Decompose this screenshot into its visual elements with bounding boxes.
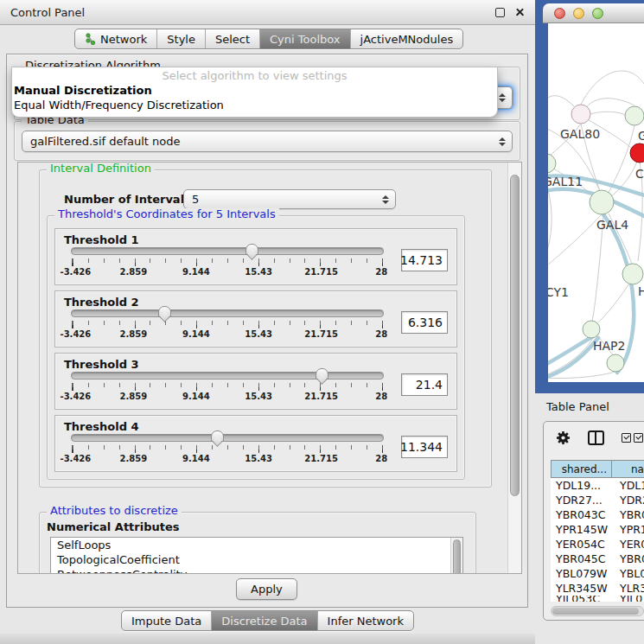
threshold-2-value-field[interactable]: 6.316 [401, 311, 448, 334]
combo-stepper-icon [499, 93, 506, 102]
scrollbar-thumb[interactable] [552, 608, 639, 615]
attributes-group-title: Attributes to discretize [47, 505, 182, 517]
dropdown-prompt: Select algorithm to view settings [12, 69, 497, 83]
node-gal80[interactable] [571, 105, 590, 124]
node-bottom-partial[interactable] [607, 354, 624, 372]
minimize-window-icon[interactable] [573, 8, 584, 19]
right-region: GAL80 GA C GAL11 GAL4 GCY1 H HAP2 Table … [535, 0, 644, 644]
table-row[interactable]: YDR27...YDR2 [551, 493, 644, 507]
dropdown-option-manual-discretization[interactable]: Manual Discretization [12, 83, 497, 98]
zoom-window-icon[interactable] [592, 8, 603, 19]
threshold-3-panel: Threshold 3 -3.426 2.859 [54, 353, 457, 410]
apply-button[interactable]: Apply [236, 578, 297, 600]
table-horizontal-scrollbar[interactable] [551, 606, 644, 616]
node-label-gal80: GAL80 [560, 127, 600, 141]
network-window-titlebar[interactable] [543, 3, 644, 23]
close-window-icon[interactable] [554, 8, 565, 19]
network-tree-icon [85, 33, 96, 45]
node-gal11[interactable] [548, 154, 556, 173]
tab-network[interactable]: Network [75, 29, 156, 48]
threshold-2-slider-thumb[interactable] [158, 306, 171, 317]
table-row[interactable]: YBR043CYBR0 [551, 507, 644, 522]
interval-definition-group-title: Interval Definition [47, 163, 155, 175]
numerical-attributes-list: SelfLoops TopologicalCoefficient Between… [50, 537, 463, 574]
attributes-list-scrollbar[interactable] [450, 538, 462, 574]
node-label-h: H [638, 284, 644, 298]
threshold-3-value-field[interactable]: 21.4 [401, 373, 448, 396]
table-row[interactable]: YPR145WYPR1 [551, 522, 644, 537]
tab-select[interactable]: Select [205, 29, 259, 48]
close-panel-icon[interactable] [515, 8, 525, 17]
threshold-3-slider-thumb[interactable] [316, 368, 328, 379]
network-canvas[interactable]: GAL80 GA C GAL11 GAL4 GCY1 H HAP2 [548, 23, 644, 382]
threshold-2-slider[interactable] [71, 309, 384, 317]
node-red-selected[interactable] [630, 143, 644, 163]
threshold-1-panel: Threshold 1 -3.426 2.859 [54, 228, 457, 285]
table-row[interactable]: YBR045CYBR0 [551, 552, 644, 566]
tab-cyni-toolbox[interactable]: Cyni Toolbox [259, 29, 350, 48]
list-item[interactable]: BetweennessCentrality [51, 567, 462, 574]
number-of-intervals-value: 5 [192, 193, 199, 206]
table-row[interactable]: YER054CYER0 [551, 537, 644, 552]
threshold-4-slider-thumb[interactable] [211, 430, 224, 442]
combo-stepper-icon [499, 137, 506, 146]
table-row[interactable]: YIL053CYIL0 [551, 596, 644, 602]
table-body: YDL19...YDL1 YDR27...YDR2 YBR043CYBR0 YP… [551, 478, 644, 602]
threshold-4-tick-labels: -3.426 2.859 9.144 15.43 21.715 28 [71, 454, 384, 464]
number-of-intervals-combobox[interactable]: 5 [183, 189, 396, 209]
table-header-row: shared... na [551, 460, 644, 478]
select-columns-icon[interactable] [622, 433, 643, 443]
panel-title: Control Panel [10, 6, 85, 19]
table-data-combobox[interactable]: galFiltered.sif default node [22, 131, 513, 152]
table-data-group: Table Data galFiltered.sif default node [14, 121, 520, 161]
network-graph: GAL80 GA C GAL11 GAL4 GCY1 H HAP2 [548, 23, 644, 382]
list-item[interactable]: SelfLoops [51, 538, 462, 552]
tab-impute-data[interactable]: Impute Data [122, 611, 211, 630]
node-hap2[interactable] [583, 321, 600, 338]
threshold-4-label: Threshold 4 [64, 420, 448, 433]
threshold-1-value-field[interactable]: 14.713 [401, 249, 448, 271]
node-h[interactable] [622, 264, 643, 284]
tab-style[interactable]: Style [156, 29, 205, 48]
gear-icon[interactable] [556, 430, 571, 445]
checkbox-icon [622, 433, 631, 443]
settings-vertical-scrollbar[interactable] [507, 163, 521, 573]
threshold-2-tick-labels: -3.426 2.859 9.144 15.43 21.715 28 [71, 329, 384, 340]
node-attribute-table: shared... na YDL19...YDL1 YDR27...YDR2 Y… [551, 460, 644, 602]
table-panel-toolbar [544, 422, 644, 453]
node-label-hap2: HAP2 [593, 339, 625, 353]
panel-bottom-strip [0, 634, 535, 644]
column-header-name[interactable]: na [612, 460, 644, 478]
list-item[interactable]: TopologicalCoefficient [51, 552, 462, 567]
application-window: Control Panel Network Style Select Cyni … [0, 0, 644, 644]
tab-jactivemnodules[interactable]: jActiveMNodules [350, 29, 463, 48]
scrollbar-thumb[interactable] [510, 175, 520, 496]
thresholds-group: Threshold's Coordinates for 5 Intervals … [47, 215, 465, 480]
table-data-selected-value: galFiltered.sif default node [30, 135, 181, 148]
dropdown-option-equal-width-frequency[interactable]: Equal Width/Frequency Discretization [12, 98, 497, 112]
tab-infer-network[interactable]: Infer Network [317, 611, 413, 630]
control-panel: Control Panel Network Style Select Cyni … [0, 0, 535, 644]
control-panel-titlebar: Control Panel [0, 0, 535, 25]
columns-icon[interactable] [588, 430, 604, 445]
tab-network-label: Network [100, 33, 147, 46]
threshold-3-slider[interactable] [71, 372, 384, 379]
tab-discretize-data[interactable]: Discretize Data [211, 611, 316, 630]
node-label-c: C [635, 167, 644, 181]
table-row[interactable]: YLR345WYLR3 [551, 581, 644, 596]
threshold-4-value-field[interactable]: 11.344 [401, 436, 448, 458]
column-header-shared[interactable]: shared... [551, 460, 612, 478]
threshold-1-slider[interactable] [71, 247, 384, 255]
node-label-ga: GA [638, 129, 644, 143]
control-panel-tabs: Network Style Select Cyni Toolbox jActiv… [74, 29, 463, 49]
threshold-4-panel: Threshold 4 -3.426 2.859 [54, 415, 457, 472]
node-gal4[interactable] [590, 190, 614, 214]
table-row[interactable]: YBL079WYBL0 [551, 566, 644, 581]
threshold-4-slider[interactable] [71, 434, 384, 442]
checkbox-icon [634, 433, 643, 443]
table-row[interactable]: YDL19...YDL1 [551, 478, 644, 493]
threshold-1-slider-thumb[interactable] [245, 244, 258, 255]
interval-definition-group: Interval Definition Number of Intervals … [39, 169, 492, 488]
float-panel-icon[interactable] [495, 8, 505, 17]
node-top-right[interactable] [625, 106, 644, 125]
